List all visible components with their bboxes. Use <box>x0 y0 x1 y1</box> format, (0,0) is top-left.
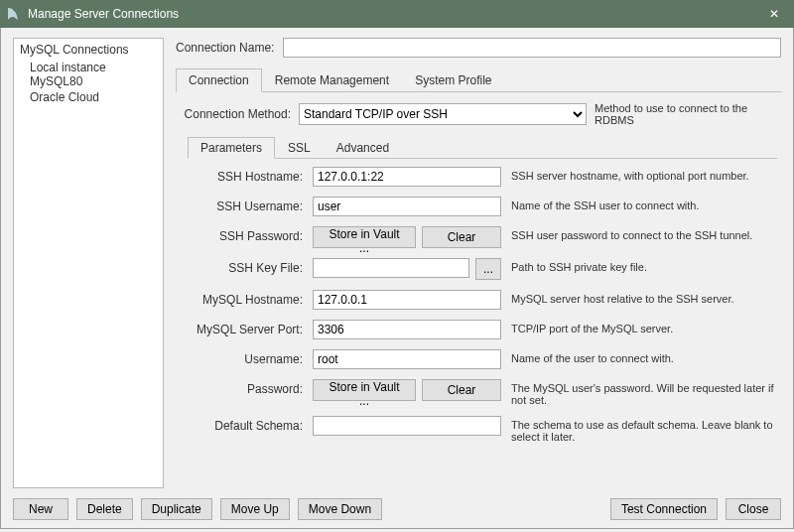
move-down-button[interactable]: Move Down <box>298 498 382 520</box>
ssh-username-label: SSH Username: <box>188 197 303 213</box>
duplicate-button[interactable]: Duplicate <box>141 498 212 520</box>
mysql-port-input[interactable] <box>313 320 501 339</box>
delete-button[interactable]: Delete <box>76 498 133 520</box>
ssh-password-label: SSH Password: <box>188 226 303 243</box>
default-schema-label: Default Schema: <box>188 416 303 433</box>
param-tabs: Parameters SSL Advanced <box>188 136 777 159</box>
mysql-hostname-input[interactable] <box>313 290 501 310</box>
connection-method-select[interactable]: Standard TCP/IP over SSH <box>299 103 587 125</box>
connections-sidebar: MySQL Connections Local instance MySQL80… <box>13 38 164 488</box>
ssh-hostname-hint: SSH server hostname, with optional port … <box>511 167 777 182</box>
password-label: Password: <box>188 379 303 396</box>
ssh-keyfile-input[interactable] <box>313 258 469 278</box>
tab-parameters[interactable]: Parameters <box>188 137 275 159</box>
test-connection-button[interactable]: Test Connection <box>610 498 718 520</box>
password-store-button[interactable]: Store in Vault ... <box>313 379 416 401</box>
ssh-username-hint: Name of the SSH user to connect with. <box>511 197 777 211</box>
connection-method-label: Connection Method: <box>182 107 291 121</box>
sidebar-header: MySQL Connections <box>20 43 157 57</box>
app-icon <box>4 5 22 23</box>
ssh-keyfile-hint: Path to SSH private key file. <box>511 258 777 273</box>
tab-advanced[interactable]: Advanced <box>324 137 402 159</box>
tab-remote-management[interactable]: Remote Management <box>262 68 402 92</box>
ssh-hostname-label: SSH Hostname: <box>188 167 303 184</box>
password-clear-button[interactable]: Clear <box>422 379 501 401</box>
ssh-keyfile-browse-button[interactable]: ... <box>475 258 501 280</box>
default-schema-hint: The schema to use as default schema. Lea… <box>511 416 777 443</box>
mysql-port-hint: TCP/IP port of the MySQL server. <box>511 320 777 334</box>
connection-name-input[interactable] <box>283 38 781 58</box>
main-tabs: Connection Remote Management System Prof… <box>176 67 781 92</box>
new-button[interactable]: New <box>13 498 68 520</box>
connection-name-label: Connection Name: <box>176 41 275 55</box>
connection-method-help: Method to use to connect to the RDBMS <box>595 102 777 126</box>
username-label: Username: <box>188 349 303 366</box>
password-hint: The MySQL user's password. Will be reque… <box>511 379 777 406</box>
ssh-keyfile-label: SSH Key File: <box>188 258 303 275</box>
tab-ssl[interactable]: SSL <box>275 137 324 159</box>
close-button[interactable]: Close <box>726 498 781 520</box>
ssh-password-clear-button[interactable]: Clear <box>422 226 501 248</box>
mysql-hostname-label: MySQL Hostname: <box>188 290 303 307</box>
window-title: Manage Server Connections <box>28 7 760 21</box>
footer: New Delete Duplicate Move Up Move Down T… <box>13 488 781 520</box>
close-icon[interactable]: ✕ <box>760 7 788 21</box>
sidebar-item[interactable]: Oracle Cloud <box>20 89 157 105</box>
ssh-password-hint: SSH user password to connect to the SSH … <box>511 226 777 241</box>
ssh-hostname-input[interactable] <box>313 167 501 187</box>
move-up-button[interactable]: Move Up <box>220 498 290 520</box>
tab-system-profile[interactable]: System Profile <box>402 68 504 92</box>
ssh-username-input[interactable] <box>313 197 501 216</box>
mysql-port-label: MySQL Server Port: <box>188 320 303 336</box>
username-hint: Name of the user to connect with. <box>511 349 777 364</box>
titlebar: Manage Server Connections ✕ <box>0 0 794 28</box>
mysql-hostname-hint: MySQL server host relative to the SSH se… <box>511 290 777 305</box>
default-schema-input[interactable] <box>313 416 501 436</box>
tab-connection[interactable]: Connection <box>176 68 262 92</box>
username-input[interactable] <box>313 349 501 369</box>
sidebar-item[interactable]: Local instance MySQL80 <box>20 60 157 89</box>
ssh-password-store-button[interactable]: Store in Vault ... <box>313 226 416 248</box>
